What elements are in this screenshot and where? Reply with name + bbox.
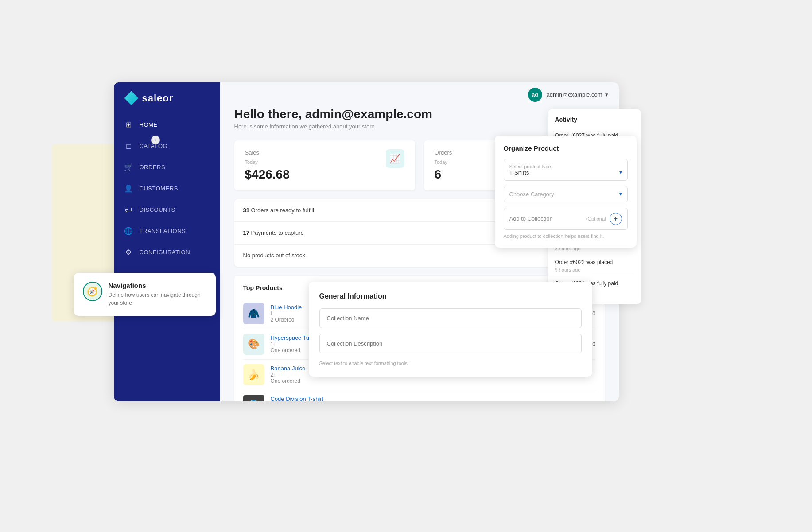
plus-icon: + bbox=[614, 215, 618, 223]
navigations-tooltip-content: Navigations Define how users can navigat… bbox=[109, 282, 207, 307]
organize-product-title: Organize Product bbox=[504, 144, 628, 152]
sidebar-item-catalog[interactable]: ◻ CATALOG bbox=[114, 136, 220, 157]
user-dropdown[interactable]: admin@example.com ▾ bbox=[547, 91, 608, 98]
product-type-label: Select product type bbox=[509, 164, 622, 169]
sidebar-item-translations[interactable]: 🌐 TRANSLATIONS bbox=[114, 221, 220, 242]
alert-stock-text: No products out of stock bbox=[243, 252, 305, 259]
sales-card: Sales Today $426.68 📈 bbox=[234, 140, 415, 190]
navigations-description: Define how users can navigate through yo… bbox=[109, 291, 207, 307]
sidebar-logo: saleor bbox=[114, 82, 220, 114]
sidebar-item-discounts[interactable]: 🏷 DISCOUNTS bbox=[114, 199, 220, 221]
general-information-title: General Information bbox=[319, 292, 582, 300]
discounts-icon: 🏷 bbox=[124, 206, 133, 214]
sales-chart-icon: 📈 bbox=[386, 149, 404, 168]
top-bar: ad admin@example.com ▾ bbox=[220, 82, 619, 107]
general-information-card: General Information Select text to enabl… bbox=[309, 282, 592, 377]
product-image-0: 🧥 bbox=[243, 303, 264, 324]
dropdown-arrow-icon: ▾ bbox=[605, 91, 608, 98]
activity-text-6: Order #6022 was placed bbox=[555, 259, 634, 266]
collection-optional-tag: •Optional bbox=[586, 216, 606, 221]
sidebar-item-configuration[interactable]: ⚙ CONFIGURATION bbox=[114, 242, 220, 263]
alert-orders-count: 31 bbox=[243, 207, 249, 214]
orders-period: Today bbox=[435, 159, 452, 165]
alert-payments-text: Payments to capture bbox=[249, 229, 304, 236]
sidebar-item-orders[interactable]: 🛒 ORDERS bbox=[114, 157, 220, 178]
catalog-icon: ◻ bbox=[124, 142, 133, 151]
logo-text: saleor bbox=[142, 93, 174, 104]
logo-icon bbox=[124, 91, 139, 105]
activity-time-6: 9 hours ago bbox=[555, 267, 634, 272]
category-dropdown-arrow-icon: ▾ bbox=[619, 191, 622, 197]
alert-payments-count: 17 bbox=[243, 229, 249, 236]
collection-hint: Adding product to collection helps users… bbox=[504, 233, 628, 239]
organize-product-card: Organize Product Select product type T-S… bbox=[495, 136, 637, 248]
orders-label: Orders bbox=[435, 149, 452, 156]
product-type-dropdown-arrow-icon: ▾ bbox=[619, 169, 622, 175]
activity-title: Activity bbox=[555, 116, 634, 123]
customers-icon: 👤 bbox=[124, 184, 133, 193]
alert-orders-text: Orders are ready to fulfill bbox=[249, 207, 314, 214]
sidebar-item-orders-label: ORDERS bbox=[140, 164, 166, 171]
collection-add-button[interactable]: + bbox=[610, 213, 622, 225]
product-ordered-2: One ordered bbox=[271, 378, 590, 384]
orders-value: 6 bbox=[435, 167, 452, 182]
sidebar-item-discounts-label: DISCOUNTS bbox=[140, 206, 175, 213]
collection-label: Add to Collection bbox=[509, 215, 583, 222]
collapse-chevron-icon: ‹ bbox=[155, 137, 156, 142]
collection-description-hint: Select text to enable text-formatting to… bbox=[319, 361, 582, 366]
sales-period: Today bbox=[245, 159, 290, 165]
navigations-icon: 🧭 bbox=[83, 282, 102, 301]
category-placeholder: Choose Category bbox=[509, 191, 554, 198]
table-row: 👕 Code Division T-shirt M One ordered bbox=[243, 390, 596, 401]
sales-label: Sales bbox=[245, 149, 290, 156]
orders-icon: 🛒 bbox=[124, 163, 133, 172]
navigations-title: Navigations bbox=[109, 282, 207, 289]
sidebar-item-home[interactable]: ⊞ HOME bbox=[114, 114, 220, 136]
translations-icon: 🌐 bbox=[124, 227, 133, 236]
collection-description-input[interactable] bbox=[319, 334, 582, 353]
product-info-3: Code Division T-shirt M One ordered bbox=[271, 396, 590, 401]
category-select[interactable]: Choose Category ▾ bbox=[504, 186, 628, 202]
sidebar-item-translations-label: TRANSLATIONS bbox=[140, 228, 186, 234]
user-email-display: admin@example.com bbox=[547, 91, 602, 98]
sidebar-item-configuration-label: CONFIGURATION bbox=[140, 249, 190, 256]
product-name-3[interactable]: Code Division T-shirt bbox=[271, 396, 590, 401]
product-image-2: 🍌 bbox=[243, 364, 264, 385]
navigations-tooltip: 🧭 Navigations Define how users can navig… bbox=[74, 273, 216, 316]
home-icon: ⊞ bbox=[124, 120, 133, 129]
collection-row: Add to Collection •Optional + bbox=[504, 208, 628, 230]
sidebar-item-customers[interactable]: 👤 CUSTOMERS bbox=[114, 178, 220, 199]
product-image-3: 👕 bbox=[243, 395, 264, 401]
collection-name-input[interactable] bbox=[319, 308, 582, 328]
sidebar: saleor ⊞ HOME ◻ CATALOG 🛒 ORDERS 👤 CUSTO… bbox=[114, 82, 220, 401]
avatar: ad bbox=[528, 88, 542, 102]
sidebar-item-home-label: HOME bbox=[140, 121, 158, 128]
product-image-1: 🎨 bbox=[243, 334, 264, 355]
product-type-select[interactable]: Select product type T-Shirts ▾ bbox=[504, 159, 628, 181]
configuration-icon: ⚙ bbox=[124, 248, 133, 257]
sidebar-item-customers-label: CUSTOMERS bbox=[140, 185, 178, 192]
list-item: Order #6022 was placed 9 hours ago bbox=[555, 255, 634, 276]
sidebar-collapse-button[interactable]: ‹ bbox=[151, 136, 160, 144]
sales-value: $426.68 bbox=[245, 167, 290, 182]
product-type-value: T-Shirts bbox=[509, 169, 529, 176]
